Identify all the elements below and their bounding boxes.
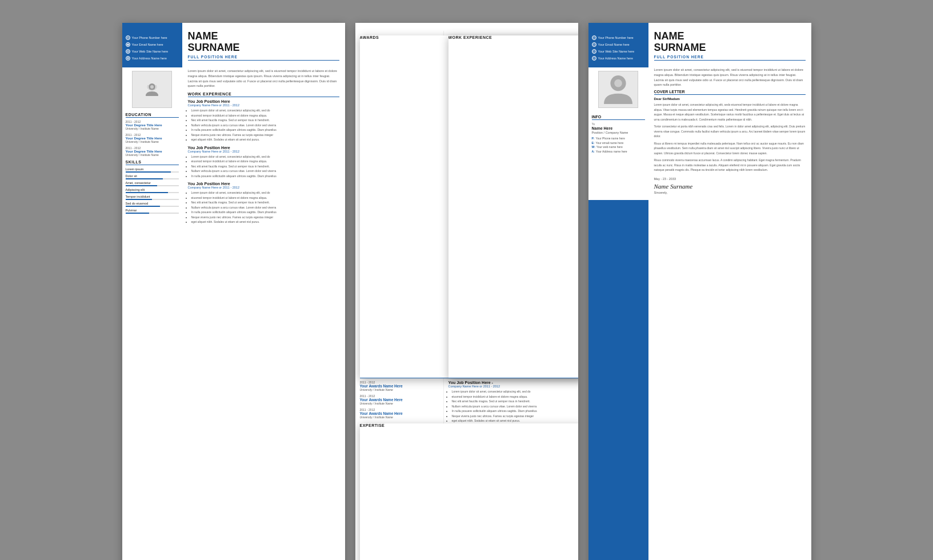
skill-item: Lorem ipsum: [126, 167, 179, 173]
skill-bar-fill: [126, 206, 160, 207]
left-education-title: EDUCATION: [126, 113, 179, 118]
cover-phone-label: Your Phone Number here: [598, 36, 634, 39]
web-label: Your Web Site Name here: [132, 50, 169, 53]
cover-email-label: Your Email Name here: [598, 43, 630, 46]
cover-intro: Lorem ipsum dolor sit amet, consectetur …: [654, 67, 806, 87]
skill-bar: [126, 178, 179, 179]
left-intro: Lorem ipsum dolor sit amet, consectetur …: [188, 69, 339, 89]
cover-sidebar-body: INFO To Name Here Position / Company Nam…: [588, 67, 648, 200]
cover-main-body: Lorem ipsum dolor sit amet, consectetur …: [648, 67, 811, 200]
work-block: You Job Position Here Company Name Here …: [188, 99, 339, 142]
left-first-name: NAME: [188, 31, 339, 42]
web-contact-item: Your Web Site Name here: [126, 49, 169, 54]
edu-inst-3: University / Institute Name: [126, 153, 179, 157]
award-inst: University / Institute Name: [360, 402, 439, 405]
cover-to-name: Name Here: [592, 126, 645, 130]
middle-work-title: WORK EXPERIENCE: [449, 35, 578, 378]
work-block: You Job Position Here Company Name Here …: [188, 182, 339, 225]
left-photo: [132, 71, 172, 108]
cover-web-icon: [592, 49, 596, 54]
cover-info-email: E: Your email name here: [592, 141, 645, 145]
cover-email-item: Your Email Name here: [592, 42, 645, 47]
middle-page: AWARDS 2011 - 2012 Your Awards Name Here…: [355, 23, 578, 560]
skill-item: Dolor sit: [126, 174, 179, 179]
phone-label-cover: P:: [592, 137, 595, 140]
bullet-list: Lorem ipsum dolor sit amet, consectetur …: [188, 154, 339, 179]
middle-work-block: You Job Position Here - Company Name Her…: [449, 381, 578, 423]
cover-paragraph: Tortor consectetur et porta nibh venenat…: [654, 124, 806, 139]
cover-company: Position / Company Name: [592, 131, 645, 134]
email-label: Your Email Name here: [132, 43, 163, 46]
work-block: You Job Position Here Company Name Here …: [188, 146, 339, 179]
cover-signature: Name Surname: [654, 183, 806, 190]
cover-web-item: Your Web Site Name here: [592, 49, 645, 54]
skill-name: Lorem ipsum: [126, 167, 179, 171]
cover-phone-item: Your Phone Number here: [592, 35, 645, 40]
cover-address-icon: [592, 56, 596, 61]
company-name: Company Name Here or 2011 - 2012: [188, 103, 339, 107]
award-item: 2011 - 2012 Your Awards Name Here Univer…: [360, 408, 439, 419]
job-title: You Job Position Here: [188, 99, 339, 103]
cover-closing: Sincerely,: [654, 191, 806, 194]
address-label-cover: A:: [592, 150, 595, 153]
svg-point-4: [150, 85, 154, 89]
svg-point-2: [127, 58, 128, 58]
email-label-cover: E:: [592, 141, 595, 145]
cover-info-section: INFO To Name Here Position / Company Nam…: [592, 113, 645, 153]
left-sidebar-header: Your Phone Number here Your Email Name h…: [122, 23, 182, 67]
cover-paragraph: Risus commodo viverra maecenas accumsan …: [654, 158, 806, 173]
edu-item-2: 2011 - 2012 Your Degree Title Here Unive…: [126, 133, 179, 143]
cover-date: May - 23 - 2033: [654, 177, 806, 181]
cover-email-icon: [592, 42, 596, 47]
skill-name: Amet, consectetur: [126, 181, 179, 185]
middle-two-col: AWARDS 2011 - 2012 Your Awards Name Here…: [355, 31, 578, 560]
skill-name: Adipiscing elit: [126, 188, 179, 191]
bullet-list: Lorem ipsum dolor sit amet, consectetur …: [188, 108, 339, 142]
left-header: Your Phone Number here Your Email Name h…: [122, 23, 345, 67]
middle-job-title: You Job Position Here -: [449, 381, 578, 385]
cover-info-web: W: Your web name here: [592, 145, 645, 149]
left-work-title: WORK EXPERIENCE: [188, 92, 339, 97]
skill-name: Tempor incididunt: [126, 195, 179, 198]
left-jobs-container: You Job Position Here Company Name Here …: [188, 99, 339, 225]
skill-name: Dolor sit: [126, 174, 179, 178]
edu-inst-1: University / Institute Name: [126, 127, 179, 130]
cover-dear: Dear Sir/Madam: [654, 97, 806, 101]
cover-paragraph: Lorem ipsum dolor sit amet, consectetur …: [654, 102, 806, 122]
skill-bar-fill: [126, 178, 163, 179]
address-contact-item: Your Address Name here: [126, 56, 167, 61]
main-container: Your Phone Number here Your Email Name h…: [67, 23, 867, 560]
cover-phone-icon: [592, 35, 596, 40]
left-name-col: NAME SURNAME FULL POSITION HERE: [182, 23, 345, 67]
award-name: Your Awards Name Here: [360, 411, 439, 415]
skill-bar-fill: [126, 185, 158, 186]
cover-to-label: To: [592, 122, 645, 126]
job-title: You Job Position Here: [188, 182, 339, 186]
phone-label: Your Phone Number here: [132, 36, 167, 39]
skill-bar: [126, 199, 179, 200]
edu-item-3: 2011 - 2012 Your Degree Title Here Unive…: [126, 146, 179, 157]
cover-info-title: INFO: [592, 115, 645, 120]
skill-bar: [126, 171, 179, 173]
skill-bar-fill: [126, 171, 171, 173]
cover-paras: Lorem ipsum dolor sit amet, consectetur …: [654, 102, 806, 173]
bullet-list: Lorem ipsum dolor sit amet, consectetur …: [188, 190, 339, 225]
skill-item: Amet, consectetur: [126, 181, 179, 186]
company-name: Company Name Here or 2011 - 2012: [188, 150, 339, 153]
award-item: 2011 - 2012 Your Awards Name Here Univer…: [360, 381, 439, 391]
cover-address-item: Your Address Name here: [592, 56, 645, 61]
skill-item: Pulvinar: [126, 209, 179, 214]
right-cover-page: Your Phone Number here Your Email Name h…: [588, 23, 811, 560]
skill-name: Sed do eiusmod: [126, 202, 179, 205]
left-skills-container: Lorem ipsum Dolor sit Amet, consectetur …: [126, 167, 179, 214]
web-icon: [126, 49, 130, 54]
cover-sidebar-header: Your Phone Number here Your Email Name h…: [588, 23, 648, 67]
cover-last-name: SURNAME: [654, 42, 806, 54]
cover-photo: [598, 71, 638, 108]
cover-info-phone: P: Your Phone name here: [592, 137, 645, 140]
web-label-cover: W:: [592, 145, 595, 149]
middle-bullets: Lorem ipsum dolor sit amet, consectetur …: [449, 389, 578, 423]
cover-name-col: NAME SURNAME FULL POSITION HERE: [648, 23, 811, 67]
cover-first-name: NAME: [654, 31, 806, 42]
middle-left-col: AWARDS 2011 - 2012 Your Awards Name Here…: [355, 31, 444, 560]
